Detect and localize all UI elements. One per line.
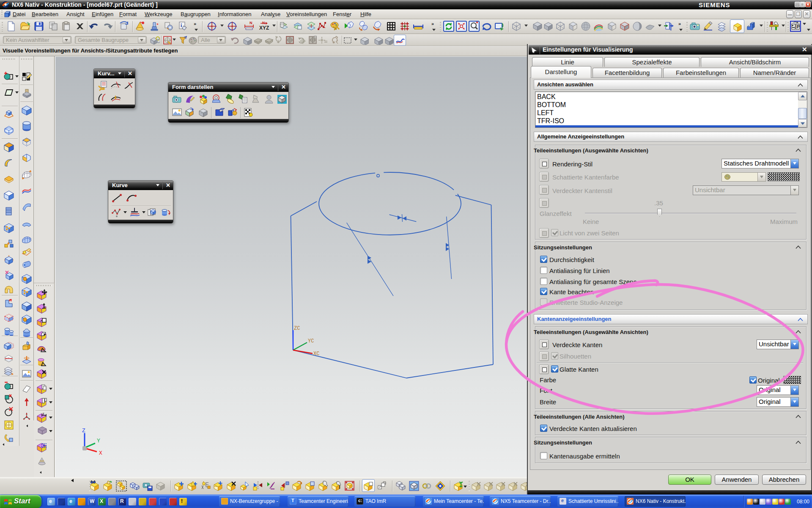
svg-text:N: N — [250, 21, 252, 25]
svg-text:Y: Y — [97, 438, 100, 444]
svg-text:N: N — [262, 21, 265, 25]
svg-text:YC: YC — [308, 338, 314, 344]
svg-text:XC: XC — [313, 351, 319, 357]
svg-text:X: X — [99, 450, 102, 456]
svg-text:Z: Z — [82, 428, 85, 434]
svg-text:P: P — [797, 24, 800, 29]
svg-text:ZC: ZC — [294, 326, 300, 331]
svg-text:XYZ: XYZ — [259, 25, 269, 31]
svg-text:x: x — [43, 412, 44, 415]
